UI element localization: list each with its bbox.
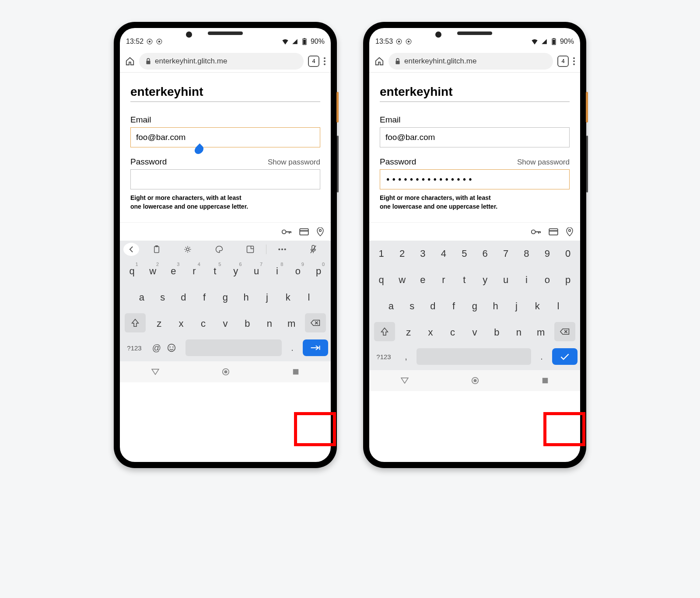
key-n[interactable]: n (261, 313, 278, 334)
key-q[interactable]: 1q (123, 261, 141, 282)
enter-key-next[interactable] (303, 339, 328, 356)
key-m[interactable]: m (532, 322, 550, 343)
key-w[interactable]: 2w (144, 261, 161, 282)
key-o[interactable]: o (539, 269, 556, 290)
key-a[interactable]: a (133, 287, 150, 308)
nav-home-icon[interactable] (222, 368, 230, 376)
enter-key-done[interactable] (552, 348, 578, 365)
key-s[interactable]: s (403, 296, 421, 317)
menu-icon[interactable] (573, 57, 575, 65)
tab-switcher[interactable]: 4 (308, 56, 319, 67)
key-7[interactable]: 7 (497, 243, 514, 264)
key-i[interactable]: 8i (268, 261, 286, 282)
key-b[interactable]: b (238, 313, 256, 334)
key-q[interactable]: q (373, 269, 390, 290)
home-icon[interactable] (125, 56, 135, 66)
key-v[interactable]: v (466, 322, 483, 343)
backspace-key[interactable] (305, 313, 326, 332)
url-bar[interactable]: enterkeyhint.glitch.me (388, 53, 553, 70)
key-4[interactable]: 4 (435, 243, 452, 264)
location-icon[interactable] (566, 227, 573, 236)
password-field[interactable] (130, 169, 320, 189)
key-m[interactable]: m (283, 313, 300, 334)
nav-recent-icon[interactable] (292, 368, 299, 375)
key-v[interactable]: v (217, 313, 234, 334)
key-w[interactable]: w (393, 269, 411, 290)
key-r[interactable]: 4r (186, 261, 203, 282)
key-d[interactable]: d (175, 287, 192, 308)
key-z[interactable]: z (150, 313, 168, 334)
key-t[interactable]: t (455, 269, 473, 290)
key-d[interactable]: d (424, 296, 441, 317)
key-e[interactable]: e (414, 269, 431, 290)
show-password-toggle[interactable]: Show password (268, 158, 320, 167)
key-c[interactable]: c (444, 322, 462, 343)
key-j[interactable]: j (258, 287, 276, 308)
sticker-icon[interactable] (235, 245, 266, 253)
show-password-toggle[interactable]: Show password (517, 158, 570, 167)
key-icon[interactable] (531, 229, 541, 235)
key-8[interactable]: 8 (518, 243, 535, 264)
key-u[interactable]: 7u (248, 261, 265, 282)
key-k[interactable]: k (528, 296, 546, 317)
key-h[interactable]: h (487, 296, 504, 317)
location-icon[interactable] (317, 227, 324, 236)
key-l[interactable]: l (300, 287, 318, 308)
symbols-key[interactable]: ?123 (122, 344, 146, 352)
key-z[interactable]: z (400, 322, 417, 343)
key-t[interactable]: 5t (206, 261, 224, 282)
nav-back-icon[interactable] (151, 369, 159, 375)
key-a[interactable]: a (382, 296, 400, 317)
menu-icon[interactable] (324, 57, 326, 65)
nav-recent-icon[interactable] (542, 377, 549, 384)
back-icon[interactable] (123, 243, 139, 256)
nav-back-icon[interactable] (401, 378, 409, 384)
key-h[interactable]: h (238, 287, 255, 308)
key-u[interactable]: u (497, 269, 514, 290)
card-icon[interactable] (299, 228, 309, 235)
key-c[interactable]: c (195, 313, 212, 334)
period-key[interactable]: . (284, 343, 300, 353)
key-o[interactable]: 9o (289, 261, 307, 282)
key-1[interactable]: 1 (373, 243, 390, 264)
palette-icon[interactable] (203, 245, 235, 253)
key-g[interactable]: g (466, 296, 483, 317)
key-n[interactable]: n (510, 322, 528, 343)
key-f[interactable]: f (445, 296, 462, 317)
shift-key[interactable] (125, 313, 146, 332)
emoji-key[interactable] (167, 343, 183, 352)
text-cursor-handle[interactable] (130, 127, 320, 147)
key-0[interactable]: 0 (559, 243, 577, 264)
backspace-key[interactable] (554, 322, 575, 341)
tab-switcher[interactable]: 4 (557, 56, 569, 67)
key-r[interactable]: r (435, 269, 452, 290)
key-l[interactable]: l (550, 296, 567, 317)
mic-icon[interactable] (298, 245, 329, 254)
password-field[interactable] (380, 169, 570, 189)
email-field[interactable] (130, 127, 320, 147)
key-k[interactable]: k (279, 287, 297, 308)
key-y[interactable]: y (476, 269, 494, 290)
key-b[interactable]: b (488, 322, 505, 343)
nav-home-icon[interactable] (471, 377, 479, 385)
key-9[interactable]: 9 (539, 243, 556, 264)
email-field[interactable] (380, 127, 570, 147)
gear-icon[interactable] (172, 245, 204, 253)
key-g[interactable]: g (217, 287, 234, 308)
at-key[interactable]: @ (149, 343, 164, 353)
comma-key[interactable]: , (398, 352, 414, 362)
key-icon[interactable] (282, 229, 291, 235)
key-5[interactable]: 5 (455, 243, 473, 264)
key-x[interactable]: x (172, 313, 190, 334)
more-icon[interactable] (266, 248, 298, 251)
key-p[interactable]: p (559, 269, 577, 290)
key-j[interactable]: j (508, 296, 525, 317)
url-bar[interactable]: enterkeyhint.glitch.me (139, 53, 304, 70)
key-f[interactable]: f (196, 287, 213, 308)
key-p[interactable]: 0p (310, 261, 327, 282)
key-x[interactable]: x (422, 322, 439, 343)
key-6[interactable]: 6 (476, 243, 494, 264)
key-s[interactable]: s (154, 287, 172, 308)
key-2[interactable]: 2 (393, 243, 411, 264)
period-key[interactable]: . (534, 352, 550, 362)
